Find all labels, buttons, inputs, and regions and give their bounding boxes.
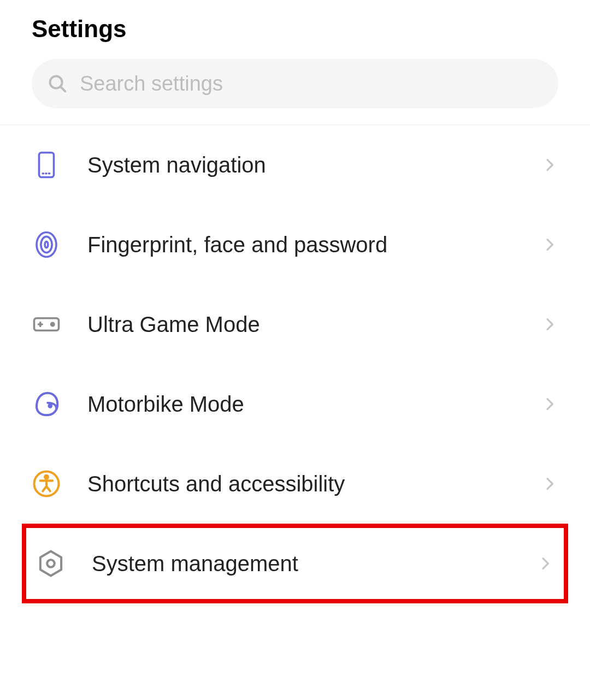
svg-point-7 [41,236,52,252]
search-icon [47,73,68,94]
page-title: Settings [32,15,558,43]
chevron-right-icon [541,236,558,253]
item-label: System navigation [87,153,541,177]
svg-point-13 [49,405,52,407]
settings-item-fingerprint[interactable]: Fingerprint, face and password [0,205,590,284]
svg-point-8 [45,241,48,247]
gear-hex-icon [36,549,66,578]
chevron-right-icon [541,156,558,174]
settings-item-motorbike-mode[interactable]: Motorbike Mode [0,364,590,444]
chevron-right-icon [541,316,558,333]
settings-list: System navigation Fingerprint, face and … [0,125,590,603]
svg-line-19 [46,487,50,491]
settings-item-ultra-game-mode[interactable]: Ultra Game Mode [0,284,590,364]
search-bar[interactable] [32,59,558,108]
header: Settings [0,0,590,59]
svg-line-1 [61,87,65,91]
item-label: Shortcuts and accessibility [87,472,541,496]
search-input[interactable] [80,72,543,96]
accessibility-icon [32,469,61,499]
settings-item-system-navigation[interactable]: System navigation [0,125,590,205]
helmet-icon [32,389,61,419]
chevron-right-icon [541,475,558,493]
phone-icon [32,150,61,180]
item-label: Ultra Game Mode [87,312,541,337]
fingerprint-icon [32,230,61,259]
settings-item-system-management[interactable]: System management [22,524,568,603]
chevron-right-icon [536,555,554,572]
svg-point-15 [45,476,48,479]
chevron-right-icon [541,395,558,413]
item-label: Fingerprint, face and password [87,233,541,257]
gamepad-icon [32,310,61,339]
settings-item-accessibility[interactable]: Shortcuts and accessibility [0,444,590,524]
svg-marker-20 [40,551,61,576]
item-label: System management [92,551,536,576]
item-label: Motorbike Mode [87,392,541,417]
svg-point-12 [51,323,54,325]
svg-point-21 [47,560,55,567]
search-container [0,59,590,124]
